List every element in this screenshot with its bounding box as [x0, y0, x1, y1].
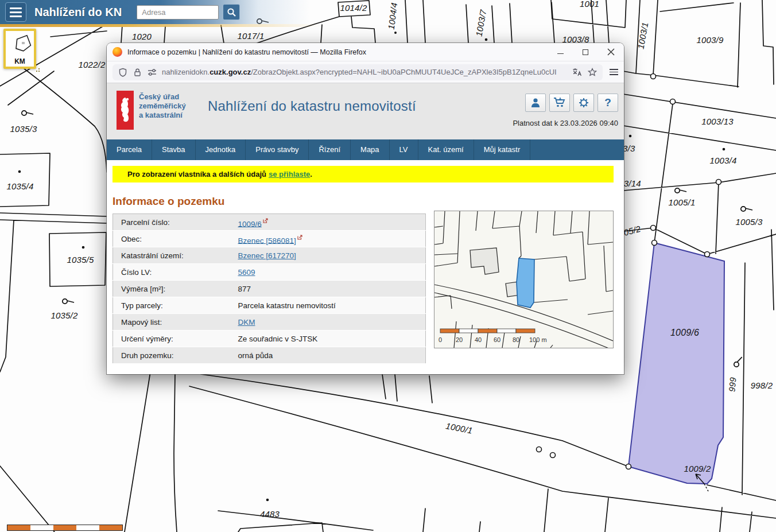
- tab-stavba[interactable]: Stavba: [152, 139, 195, 160]
- section-title: Informace o pozemku: [112, 195, 614, 208]
- tab-lv[interactable]: LV: [390, 139, 418, 160]
- parcel-info-table: Parcelní číslo: 1009/6 Obec: Bzenec [586…: [112, 213, 426, 364]
- app-toolbar: Nahlížení do KN: [0, 0, 540, 24]
- url-text: nahlizenidokn.cuzk.gov.cz/ZobrazObjekt.a…: [162, 68, 568, 76]
- app-title: Nahlížení do KN: [34, 6, 122, 19]
- firefox-icon: [112, 47, 122, 57]
- municipality-link[interactable]: Bzenec [586081]: [238, 236, 296, 244]
- map-label: 1017/1: [237, 31, 264, 41]
- cuzk-logo[interactable]: [117, 91, 134, 130]
- minimize-button[interactable]: [556, 48, 564, 56]
- settings-button[interactable]: [573, 94, 594, 112]
- map-label: 1035/4: [6, 181, 33, 191]
- cart-button[interactable]: [549, 94, 570, 112]
- user-icon: [530, 97, 541, 108]
- search-button[interactable]: [223, 4, 240, 20]
- tab-mapa[interactable]: Mapa: [351, 139, 390, 160]
- table-row: Druh pozemku: orná půda: [113, 347, 426, 364]
- area-value: 877: [238, 285, 251, 293]
- permissions-icon[interactable]: [148, 68, 157, 76]
- screen: 1020 1017/1 1022/2 1014/2 1004/4 1003/7 …: [0, 0, 776, 532]
- page-content: Pro zobrazení vlastníka a dalších údajů …: [107, 160, 624, 374]
- map-label: 998/2: [751, 380, 773, 390]
- url-bar[interactable]: nahlizenidokn.cuzk.gov.cz/ZobrazObjekt.a…: [112, 64, 603, 80]
- window-titlebar[interactable]: Informace o pozemku | Nahlížení do katas…: [107, 43, 624, 61]
- table-row: Obec: Bzenec [586081]: [113, 231, 426, 247]
- table-row: Typ parcely: Parcela katastru nemovitost…: [113, 297, 426, 314]
- external-link-icon: [263, 216, 268, 225]
- table-row: Číslo LV: 5609: [113, 264, 426, 281]
- tab-parcela[interactable]: Parcela: [107, 139, 152, 160]
- shield-icon[interactable]: [118, 68, 127, 77]
- bookmark-star-icon[interactable]: [588, 68, 597, 76]
- menu-button[interactable]: [5, 2, 26, 22]
- parcel-minimap[interactable]: 0 20 40 60 80 100 m: [434, 211, 614, 348]
- tab-jednotka[interactable]: Jednotka: [196, 139, 246, 160]
- login-link[interactable]: se přihlaste: [269, 170, 310, 178]
- map-label: 4483: [260, 509, 280, 519]
- map-label: 1003/8: [562, 34, 589, 44]
- translate-icon[interactable]: [572, 68, 582, 76]
- map-label: 1009/2: [684, 464, 711, 473]
- org-name: Český úřad zeměměřický a katastrální: [139, 92, 186, 120]
- map-label: 1005/1: [668, 197, 695, 207]
- map-label: 1003/13: [701, 117, 734, 126]
- map-label: 1022/2: [78, 60, 105, 69]
- close-button[interactable]: [607, 48, 615, 56]
- cart-icon: [553, 97, 566, 108]
- map-label: 1003/9: [696, 35, 723, 45]
- map-label-highlighted: 1009/6: [670, 328, 699, 338]
- parcel-number-link[interactable]: 1009/6: [238, 219, 262, 228]
- help-button[interactable]: ?: [597, 94, 618, 112]
- map-label: 1003/4: [709, 156, 736, 165]
- table-row: Katastrální území: Bzenec [617270]: [113, 247, 426, 264]
- lv-number-link[interactable]: 5609: [238, 268, 255, 277]
- map-label: 1020: [132, 32, 152, 41]
- maximize-button[interactable]: [581, 48, 589, 56]
- lock-icon[interactable]: [133, 68, 142, 77]
- map-label: 1035/5: [67, 255, 94, 265]
- browser-toolbar: nahlizenidokn.cuzk.gov.cz/ZobrazObjekt.a…: [107, 61, 624, 83]
- map-label: 999: [727, 376, 738, 392]
- map-label: 1035/2: [51, 310, 77, 320]
- minimap-scale-bar: [440, 329, 535, 333]
- login-banner: Pro zobrazení vlastníka a dalších údajů …: [112, 166, 614, 182]
- map-scale-bar: [7, 525, 123, 531]
- cadastral-area-link[interactable]: Bzenec [617270]: [238, 251, 296, 260]
- map-label: 1001: [580, 0, 599, 9]
- page-title: Nahlížení do katastru nemovitostí: [208, 98, 416, 114]
- land-type-value: orná půda: [238, 351, 273, 360]
- minimap-highlighted-parcel: [517, 258, 534, 308]
- main-navigation: Parcela Stavba Jednotka Právo stavby Říz…: [107, 139, 624, 160]
- user-account-button[interactable]: [525, 94, 546, 112]
- overview-widget-label: KM: [14, 57, 25, 65]
- tab-rizeni[interactable]: Řízení: [309, 139, 351, 160]
- map-label: 1035/3: [10, 124, 37, 134]
- window-title: Informace o pozemku | Nahlížení do katas…: [127, 48, 556, 56]
- resize-grip-icon[interactable]: [35, 67, 40, 72]
- site-header: Český úřad zeměměřický a katastrální Nah…: [107, 83, 624, 139]
- map-sheet-link[interactable]: DKM: [238, 318, 255, 327]
- help-icon: ?: [604, 96, 611, 109]
- address-search-input[interactable]: [137, 5, 219, 20]
- external-link-icon: [297, 233, 302, 242]
- toolbar-accent-stripe: [0, 24, 356, 27]
- tab-muj-katastr[interactable]: Můj katastr: [474, 139, 531, 160]
- overview-sketch-icon: [11, 34, 33, 57]
- parcel-type-value: Parcela katastru nemovitostí: [238, 301, 336, 310]
- data-validity: Platnost dat k 23.03.2026 09:40: [513, 119, 618, 127]
- browser-window: Informace o pozemku | Nahlížení do katas…: [107, 43, 624, 374]
- close-icon: [607, 48, 615, 56]
- table-row: Mapový list: DKM: [113, 314, 426, 331]
- table-row: Výměra [m²]: 877: [113, 281, 426, 297]
- map-label: 1005/3: [735, 217, 762, 227]
- search-icon: [227, 7, 236, 17]
- tab-kat-uzemi[interactable]: Kat. území: [418, 139, 474, 160]
- gear-icon: [578, 97, 589, 108]
- browser-menu-icon[interactable]: [610, 69, 618, 75]
- area-determination-value: Ze souřadnic v S-JTSK: [238, 335, 318, 343]
- table-row: Parcelní číslo: 1009/6: [113, 214, 426, 231]
- map-overview-widget[interactable]: KM: [3, 29, 36, 69]
- tab-pravo-stavby[interactable]: Právo stavby: [246, 139, 309, 160]
- table-row: Určení výměry: Ze souřadnic v S-JTSK: [113, 331, 426, 347]
